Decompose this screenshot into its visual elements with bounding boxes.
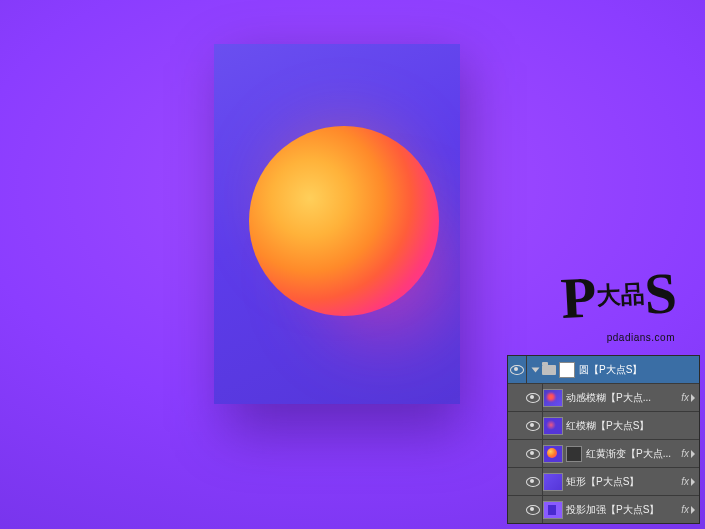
visibility-toggle[interactable] xyxy=(524,440,543,467)
fx-caret-icon[interactable] xyxy=(691,450,695,458)
layer-group-row[interactable]: 圆【P大点S】 xyxy=(508,356,699,384)
layer-mask-thumb[interactable] xyxy=(566,446,582,462)
eye-icon xyxy=(526,505,540,515)
layer-label[interactable]: 矩形【P大点S】 xyxy=(566,475,679,489)
layer-row[interactable]: 红模糊【P大点S】 xyxy=(508,412,699,440)
fx-caret-icon[interactable] xyxy=(691,478,695,486)
eye-icon xyxy=(526,421,540,431)
layer-label[interactable]: 投影加强【P大点S】 xyxy=(566,503,679,517)
layer-label[interactable]: 动感模糊【P大点... xyxy=(566,391,679,405)
layer-row[interactable]: 动感模糊【P大点... fx xyxy=(508,384,699,412)
group-label[interactable]: 圆【P大点S】 xyxy=(579,363,699,377)
layer-row[interactable]: 矩形【P大点S】 fx xyxy=(508,468,699,496)
watermark-s: S xyxy=(643,260,679,327)
gradient-circle xyxy=(249,126,439,316)
layer-thumb[interactable] xyxy=(543,473,563,491)
watermark-p: P xyxy=(560,264,599,331)
folder-icon xyxy=(542,365,556,375)
disclosure-triangle-icon[interactable] xyxy=(532,367,540,372)
layer-thumb[interactable] xyxy=(543,501,563,519)
watermark-accent: 大品 xyxy=(596,281,645,309)
visibility-toggle[interactable] xyxy=(524,412,543,439)
fx-badge[interactable]: fx xyxy=(681,448,689,459)
layer-row[interactable]: 投影加强【P大点S】 fx xyxy=(508,496,699,523)
layer-label[interactable]: 红模糊【P大点S】 xyxy=(566,419,699,433)
watermark-logo: P大品S xyxy=(560,267,678,325)
fx-badge[interactable]: fx xyxy=(681,476,689,487)
visibility-toggle[interactable] xyxy=(524,496,543,523)
eye-icon xyxy=(526,393,540,403)
watermark-url: pdadians.com xyxy=(607,332,675,343)
visibility-toggle[interactable] xyxy=(524,468,543,495)
fx-caret-icon[interactable] xyxy=(691,506,695,514)
visibility-toggle[interactable] xyxy=(524,384,543,411)
eye-icon xyxy=(526,449,540,459)
fx-caret-icon[interactable] xyxy=(691,394,695,402)
layer-thumb[interactable] xyxy=(543,445,563,463)
layer-thumb[interactable] xyxy=(543,417,563,435)
visibility-toggle[interactable] xyxy=(508,356,527,383)
layer-label[interactable]: 红黄渐变【P大点... xyxy=(586,447,679,461)
layer-row[interactable]: 红黄渐变【P大点... fx xyxy=(508,440,699,468)
layers-panel[interactable]: 圆【P大点S】 动感模糊【P大点... fx 红模糊【P大点S】 红黄渐变【P大… xyxy=(507,355,700,524)
eye-icon xyxy=(526,477,540,487)
poster-artwork xyxy=(214,44,460,404)
fx-badge[interactable]: fx xyxy=(681,504,689,515)
fx-badge[interactable]: fx xyxy=(681,392,689,403)
layer-thumb[interactable] xyxy=(543,389,563,407)
eye-icon xyxy=(510,365,524,375)
layer-mask-thumb[interactable] xyxy=(559,362,575,378)
